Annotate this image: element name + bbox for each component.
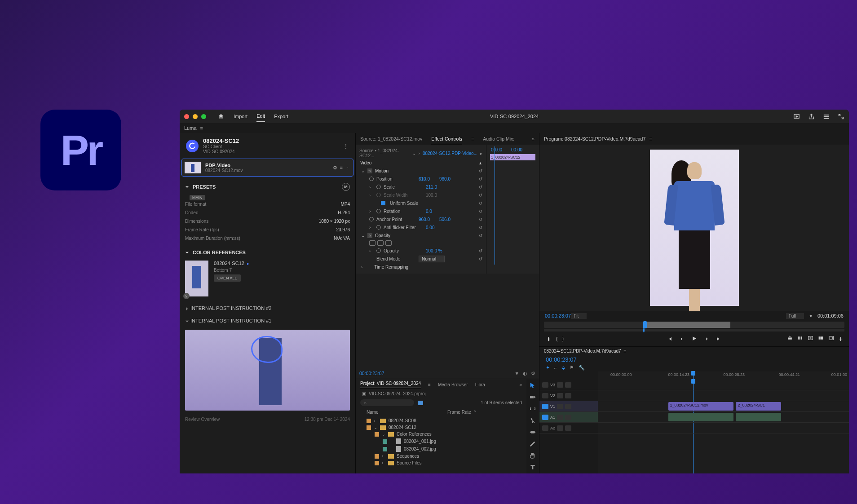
bin-row[interactable]: ›Sequences [360,453,522,460]
more-icon[interactable]: ⋮ [345,165,350,171]
zoom-icon[interactable]: ◐ [523,371,527,376]
stopwatch-icon[interactable] [376,185,381,189]
video-clip[interactable]: 1_082024-SC12.mov [668,402,733,411]
tab-libraries[interactable]: Libra [475,382,485,387]
rotation-value[interactable]: 0.0 [426,209,444,214]
mute-toggle[interactable] [557,382,563,388]
collapse-icon[interactable]: ▴ [479,160,482,165]
opacity-effect[interactable]: Opacity [375,233,390,238]
blend-mode-dropdown[interactable]: Normal [419,256,445,262]
reset-icon[interactable]: ↺ [479,217,482,222]
track-select-icon[interactable] [529,393,536,401]
type-tool-icon[interactable] [529,464,536,471]
timeline-ruler[interactable]: 00:00:00:00 00:00:14:23 00:00:28:23 00:0… [598,371,849,380]
workspace-icon[interactable] [823,113,830,120]
reset-icon[interactable]: ↺ [479,248,482,253]
ripple-edit-icon[interactable] [529,405,536,412]
fx-badge-icon[interactable]: fx [367,233,372,238]
marker-icon[interactable]: ⬙ [561,365,565,371]
instruction-1-header[interactable]: INTERNAL POST INSTRUCTION #1 [180,314,355,327]
source-clip-label[interactable]: Source • 1_082024-SC12... [359,148,410,158]
anchor-x[interactable]: 960.0 [419,217,437,222]
comparison-icon[interactable] [818,335,824,341]
uniform-scale-checkbox[interactable] [381,201,385,205]
audio-clip[interactable] [668,413,733,421]
bin-icon[interactable] [418,401,423,405]
add-marker-icon[interactable] [546,336,552,342]
quick-export-icon[interactable] [793,113,800,120]
panel-menu-icon[interactable]: ≡ [471,136,474,141]
reset-icon[interactable]: ↺ [479,177,482,181]
scale-value[interactable]: 211.0 [426,185,444,190]
bin-row[interactable]: ⌄Color References [360,431,522,438]
source-timecode[interactable]: 00:00:23:07 [359,371,384,376]
fit-dropdown[interactable]: Fit [571,313,587,319]
fx-badge-icon[interactable]: fx [367,168,372,173]
bin-row[interactable]: ›082024-SC08 [360,417,522,424]
list-icon[interactable]: ≡ [340,165,343,171]
reset-icon[interactable]: ↺ [479,256,482,261]
scale-label[interactable]: Scale [384,185,423,190]
rect-mask-icon[interactable] [377,240,384,246]
name-column[interactable]: Name [367,410,447,415]
settings-icon[interactable]: ⚙ [531,371,535,376]
program-monitor[interactable] [539,145,849,311]
panel-menu-icon[interactable]: ≡ [649,136,652,141]
file-row[interactable]: 082024_001.jpg [360,438,522,445]
sequence-link[interactable]: 082024-SC12.PDP-Video... [423,151,477,156]
tracks-area[interactable]: 1_082024-SC12.mov 2_082024-SC1 [598,380,849,473]
tab-export[interactable]: Export [274,111,288,122]
share-icon[interactable] [808,113,815,120]
eye-toggle[interactable] [565,382,571,388]
program-monitor-tab[interactable]: Program: 082024-SC12.PDP-Video.M.7d9acad… [544,136,645,141]
safe-margins-icon[interactable] [828,335,834,341]
sequence-settings-icon[interactable]: ⚑ [570,365,574,371]
anchor-label[interactable]: Anchor Point [376,217,416,222]
play-button[interactable] [691,335,698,343]
snap-icon[interactable]: ✦ [546,365,550,371]
bin-row[interactable]: ⌄082024-SC12 [360,424,522,431]
mark-in-icon[interactable]: { [556,336,558,342]
asset-menu-icon[interactable]: ⋮ [343,142,349,150]
reset-icon[interactable]: ↺ [479,233,482,238]
sequence-tab[interactable]: 082024-SC12.PDP-Video.M.7d9acad7 [544,349,621,354]
extract-icon[interactable] [797,335,803,341]
resolution-dropdown[interactable]: Full [786,313,804,319]
home-icon[interactable] [217,113,225,119]
maximize-button[interactable] [201,114,206,119]
chevron-down-icon[interactable]: ⌄ [361,168,365,173]
mark-out-icon[interactable]: } [562,336,564,342]
tab-effect-controls[interactable]: Effect Controls [431,134,462,144]
dropdown-icon[interactable]: ⌄ [412,151,416,156]
stopwatch-icon[interactable] [369,177,374,181]
position-label[interactable]: Position [376,177,416,181]
playhead[interactable] [495,146,495,265]
reset-icon[interactable]: ↺ [479,185,482,190]
track-a2[interactable]: A2 [539,423,598,433]
motion-effect[interactable]: Motion [375,168,389,173]
chevron-right-icon[interactable]: › [369,185,374,190]
lift-icon[interactable] [787,335,793,341]
hand-tool-icon[interactable] [529,452,536,459]
effect-keyframe-timeline[interactable]: 00.00 00:00 1_082024-SC12 [486,145,539,274]
stopwatch-icon[interactable] [376,248,381,253]
color-ref-header[interactable]: COLOR REFERENCES [180,246,355,259]
presets-header[interactable]: PRESETS M [180,179,355,195]
reset-icon[interactable]: ↺ [479,193,482,198]
panel-menu-icon[interactable]: ≡ [428,382,431,387]
opacity-label[interactable]: Opacity [384,248,423,253]
stopwatch-icon[interactable] [376,225,381,230]
sequence-timecode[interactable]: 00:00:23:07 [539,355,849,364]
stopwatch-icon[interactable] [369,217,374,221]
audio-clip[interactable] [736,413,781,421]
flicker-label[interactable]: Anti-flicker Filter [384,225,423,230]
panel-menu-icon[interactable]: ≡ [624,349,627,354]
add-button-icon[interactable]: + [839,335,843,343]
stopwatch-icon[interactable] [376,209,381,213]
timeline-playhead[interactable] [693,371,694,380]
chevron-right-icon[interactable]: › [361,265,362,270]
instruction-2-header[interactable]: INTERNAL POST INSTRUCTION #2 [180,302,355,314]
linked-selection-icon[interactable]: ⌐ [554,365,557,371]
reset-icon[interactable]: ↺ [479,168,482,173]
chevron-down-icon[interactable]: ⌄ [361,233,365,238]
